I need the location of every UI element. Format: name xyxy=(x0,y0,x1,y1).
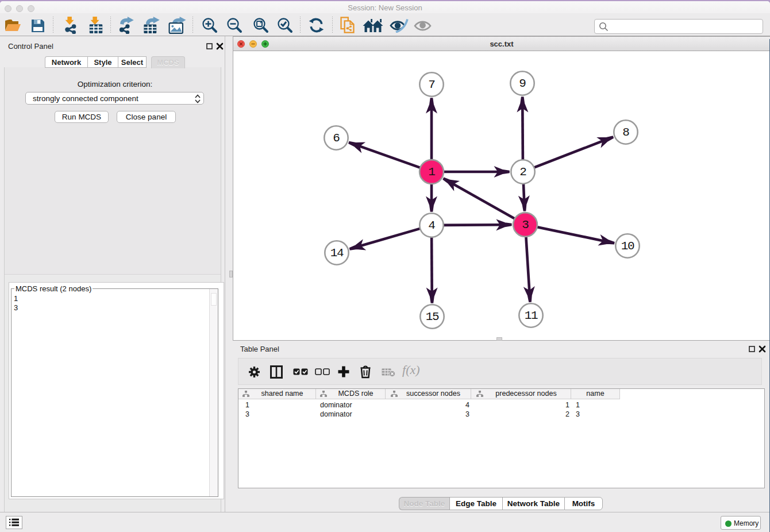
svg-text:9: 9 xyxy=(519,77,526,90)
svg-text:2: 2 xyxy=(519,165,526,179)
svg-text:1: 1 xyxy=(428,165,435,179)
svg-text:4: 4 xyxy=(428,219,435,232)
svg-text:10: 10 xyxy=(621,240,634,253)
svg-text:8: 8 xyxy=(622,126,629,139)
svg-text:11: 11 xyxy=(525,309,538,322)
svg-text:14: 14 xyxy=(330,246,344,260)
svg-text:6: 6 xyxy=(333,132,340,145)
svg-text:3: 3 xyxy=(522,218,529,232)
svg-text:7: 7 xyxy=(428,78,434,91)
svg-text:15: 15 xyxy=(426,310,439,323)
